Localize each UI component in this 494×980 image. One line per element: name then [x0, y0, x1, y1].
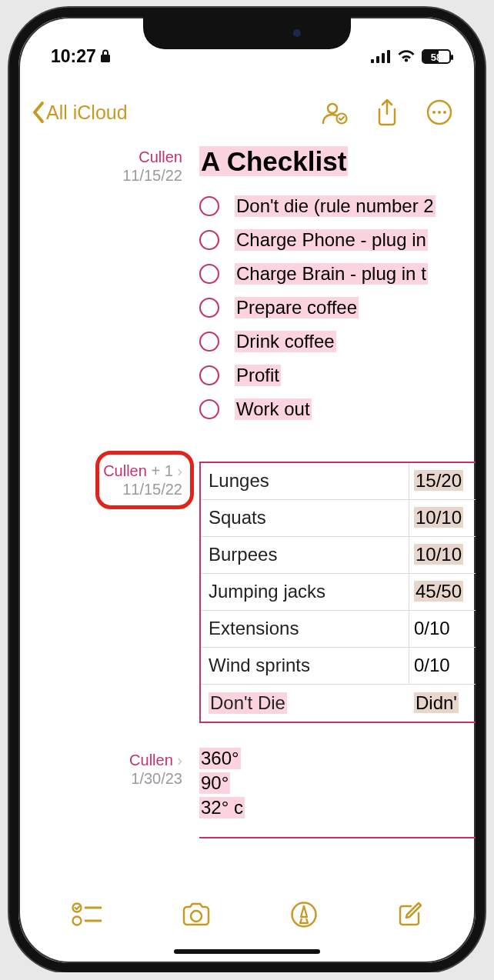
- toolbar: [18, 880, 476, 949]
- table-row: Don't DieDidn': [201, 685, 476, 722]
- author-date: 11/15/22: [18, 166, 182, 185]
- checkbox-icon[interactable]: [199, 298, 219, 318]
- note-text: 90°: [199, 772, 230, 794]
- table-row: Burpees10/10: [201, 537, 476, 574]
- checkbox-icon[interactable]: [199, 196, 219, 216]
- checklist-item[interactable]: Prepare coffee: [199, 291, 476, 325]
- note-text: 360°: [199, 748, 241, 769]
- table-row: Squats10/10: [201, 500, 476, 537]
- exercise-table[interactable]: Lunges15/20 Squats10/10 Burpees10/10 Jum…: [199, 462, 476, 723]
- nav-bar: All iCloud: [18, 91, 476, 134]
- checklist-item[interactable]: Drink coffee: [199, 325, 476, 358]
- svg-rect-3: [382, 53, 385, 63]
- checklist-tool-icon[interactable]: [72, 902, 102, 928]
- battery-icon: 58: [422, 49, 451, 64]
- svg-point-13: [72, 917, 81, 925]
- checklist-item[interactable]: Charge Brain - plug in t: [199, 257, 476, 291]
- svg-point-15: [191, 911, 202, 922]
- author-date: 1/30/23: [18, 769, 182, 788]
- camera-tool-icon[interactable]: [180, 902, 212, 928]
- wifi-icon: [397, 50, 416, 63]
- svg-point-8: [432, 111, 436, 114]
- more-icon[interactable]: [426, 99, 452, 125]
- table-row: Jumping jacks45/50: [201, 574, 476, 611]
- notch: [143, 17, 351, 49]
- author-name[interactable]: Cullen: [129, 752, 173, 768]
- table-row: Extensions0/10: [201, 611, 476, 648]
- note-content[interactable]: Cullen 11/15/22 A Checklist Don't die (r…: [18, 140, 476, 878]
- lock-icon: [100, 49, 111, 63]
- checklist-item[interactable]: Profit: [199, 358, 476, 392]
- back-label: All iCloud: [46, 102, 128, 124]
- table-row: Lunges15/20: [201, 463, 476, 500]
- compose-tool-icon[interactable]: [396, 901, 423, 928]
- author-plus[interactable]: + 1: [147, 462, 177, 479]
- svg-rect-2: [376, 56, 379, 63]
- checklist: Don't die (rule number 2 Charge Phone - …: [199, 189, 476, 426]
- author-date: 11/15/22: [18, 480, 182, 498]
- svg-point-9: [438, 111, 441, 114]
- table-row: Wind sprints0/10: [201, 648, 476, 685]
- markup-tool-icon[interactable]: [290, 901, 318, 928]
- note-title: A Checklist: [199, 146, 348, 176]
- collaborate-icon[interactable]: [320, 100, 348, 125]
- back-button[interactable]: All iCloud: [29, 100, 128, 125]
- checklist-item[interactable]: Don't die (rule number 2: [199, 189, 476, 223]
- cellular-icon: [371, 50, 391, 63]
- svg-point-5: [328, 104, 337, 113]
- chevron-right-icon[interactable]: ›: [177, 752, 182, 768]
- attribution-block-1: Cullen 11/15/22 A Checklist Don't die (r…: [18, 140, 476, 446]
- home-indicator[interactable]: [174, 949, 320, 954]
- phone-frame: 10:27 58 All iCloud Cullen 11/1: [9, 8, 485, 972]
- svg-rect-1: [371, 59, 374, 63]
- checkbox-icon[interactable]: [199, 399, 219, 419]
- chevron-right-icon[interactable]: ›: [177, 462, 182, 479]
- chevron-left-icon: [29, 100, 48, 125]
- checklist-item[interactable]: Work out: [199, 392, 476, 426]
- checklist-item[interactable]: Charge Phone - plug in: [199, 223, 476, 257]
- author-name[interactable]: Cullen: [103, 462, 147, 479]
- note-text: 32° c: [199, 797, 245, 818]
- checkbox-icon[interactable]: [199, 264, 219, 284]
- status-time: 10:27: [51, 46, 96, 67]
- checkbox-icon[interactable]: [199, 365, 219, 385]
- svg-rect-0: [101, 55, 110, 62]
- table-edge: [199, 837, 476, 845]
- svg-point-10: [443, 111, 446, 114]
- checkbox-icon[interactable]: [199, 332, 219, 352]
- author-name[interactable]: Cullen: [139, 148, 182, 165]
- svg-rect-4: [387, 50, 390, 63]
- attribution-block-3: Cullen › 1/30/23 360° 90° 32° c: [18, 743, 476, 865]
- degrees-block[interactable]: 360° 90° 32° c: [199, 748, 476, 845]
- checkbox-icon[interactable]: [199, 230, 219, 250]
- share-icon[interactable]: [376, 98, 399, 126]
- attribution-block-2: Cullen + 1 › 11/15/22 Lunges15/20 Squats…: [18, 446, 476, 743]
